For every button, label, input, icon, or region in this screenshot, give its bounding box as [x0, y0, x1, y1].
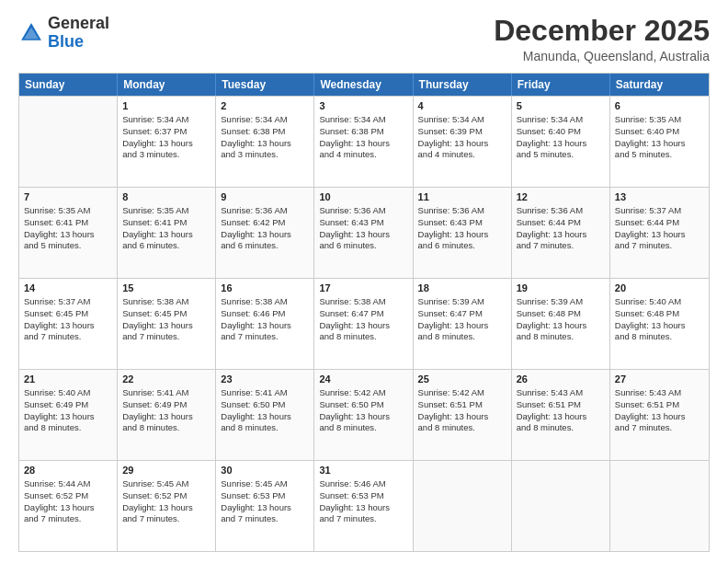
- logo-text: General Blue: [48, 15, 109, 52]
- header-sunday: Sunday: [19, 74, 118, 96]
- calendar-row-0: 1Sunrise: 5:34 AMSunset: 6:37 PMDaylight…: [19, 96, 709, 187]
- cell-line-1: Sunset: 6:52 PM: [122, 490, 210, 502]
- cal-cell-2-6: 20Sunrise: 5:40 AMSunset: 6:48 PMDayligh…: [610, 279, 709, 369]
- cell-line-2: Daylight: 13 hours: [24, 229, 112, 241]
- cell-line-0: Sunrise: 5:41 AM: [221, 387, 309, 399]
- calendar: Sunday Monday Tuesday Wednesday Thursday…: [18, 73, 710, 552]
- cell-line-1: Sunset: 6:40 PM: [517, 126, 605, 138]
- day-number: 10: [319, 190, 407, 204]
- cell-line-0: Sunrise: 5:34 AM: [221, 114, 309, 126]
- cell-line-3: and 8 minutes.: [221, 422, 309, 434]
- day-number: 17: [319, 282, 407, 295]
- calendar-row-1: 7Sunrise: 5:35 AMSunset: 6:41 PMDaylight…: [19, 187, 709, 278]
- cell-line-3: and 8 minutes.: [319, 331, 407, 343]
- cell-line-3: and 8 minutes.: [418, 422, 506, 434]
- cell-line-1: Sunset: 6:41 PM: [122, 217, 210, 229]
- cell-line-1: Sunset: 6:53 PM: [221, 490, 309, 502]
- logo-icon: [18, 20, 44, 46]
- cell-line-3: and 4 minutes.: [319, 149, 407, 161]
- day-number: 24: [319, 373, 407, 386]
- day-number: 16: [221, 282, 309, 295]
- cell-line-3: and 8 minutes.: [418, 331, 506, 343]
- day-number: 30: [221, 464, 309, 477]
- cell-line-0: Sunrise: 5:34 AM: [122, 114, 210, 126]
- cell-line-0: Sunrise: 5:35 AM: [122, 205, 210, 217]
- cell-line-0: Sunrise: 5:35 AM: [615, 114, 704, 126]
- calendar-body: 1Sunrise: 5:34 AMSunset: 6:37 PMDaylight…: [19, 96, 709, 551]
- cell-line-0: Sunrise: 5:40 AM: [615, 296, 704, 308]
- cell-line-1: Sunset: 6:46 PM: [221, 308, 309, 320]
- cell-line-2: Daylight: 13 hours: [221, 138, 309, 150]
- cell-line-1: Sunset: 6:51 PM: [517, 399, 605, 411]
- cal-cell-3-2: 23Sunrise: 5:41 AMSunset: 6:50 PMDayligh…: [216, 370, 314, 460]
- cell-line-2: Daylight: 13 hours: [319, 411, 407, 423]
- cell-line-1: Sunset: 6:49 PM: [24, 399, 112, 411]
- cell-line-3: and 6 minutes.: [418, 240, 506, 252]
- cell-line-3: and 7 minutes.: [517, 240, 605, 252]
- logo: General Blue: [18, 15, 109, 52]
- day-number: 6: [615, 99, 704, 113]
- cell-line-0: Sunrise: 5:38 AM: [221, 296, 309, 308]
- cell-line-1: Sunset: 6:50 PM: [221, 399, 309, 411]
- cell-line-1: Sunset: 6:38 PM: [319, 126, 407, 138]
- cal-cell-2-3: 17Sunrise: 5:38 AMSunset: 6:47 PMDayligh…: [314, 279, 413, 369]
- cell-line-3: and 6 minutes.: [221, 240, 309, 252]
- day-number: 21: [24, 373, 112, 386]
- cell-line-0: Sunrise: 5:36 AM: [418, 205, 506, 217]
- header-wednesday: Wednesday: [314, 74, 413, 96]
- day-number: 2: [221, 99, 309, 113]
- cell-line-3: and 8 minutes.: [615, 331, 704, 343]
- cell-line-1: Sunset: 6:38 PM: [221, 126, 309, 138]
- cell-line-1: Sunset: 6:39 PM: [418, 126, 506, 138]
- cal-cell-2-1: 15Sunrise: 5:38 AMSunset: 6:45 PMDayligh…: [118, 279, 216, 369]
- cell-line-0: Sunrise: 5:40 AM: [24, 387, 112, 399]
- calendar-row-2: 14Sunrise: 5:37 AMSunset: 6:45 PMDayligh…: [19, 278, 709, 369]
- cal-cell-0-3: 3Sunrise: 5:34 AMSunset: 6:38 PMDaylight…: [314, 97, 413, 187]
- cal-cell-3-3: 24Sunrise: 5:42 AMSunset: 6:50 PMDayligh…: [314, 370, 413, 460]
- cell-line-0: Sunrise: 5:43 AM: [517, 387, 605, 399]
- day-number: 18: [418, 282, 506, 295]
- day-number: 5: [517, 99, 605, 113]
- cell-line-2: Daylight: 13 hours: [418, 411, 506, 423]
- cell-line-0: Sunrise: 5:37 AM: [24, 296, 112, 308]
- cal-cell-2-4: 18Sunrise: 5:39 AMSunset: 6:47 PMDayligh…: [414, 279, 512, 369]
- cell-line-1: Sunset: 6:44 PM: [517, 217, 605, 229]
- cal-cell-2-0: 14Sunrise: 5:37 AMSunset: 6:45 PMDayligh…: [19, 279, 118, 369]
- cell-line-3: and 4 minutes.: [418, 149, 506, 161]
- cell-line-3: and 6 minutes.: [122, 240, 210, 252]
- cell-line-3: and 7 minutes.: [24, 513, 112, 525]
- day-number: 13: [615, 190, 704, 204]
- day-number: 27: [615, 373, 704, 386]
- cell-line-2: Daylight: 13 hours: [319, 138, 407, 150]
- cell-line-3: and 8 minutes.: [517, 331, 605, 343]
- day-number: 29: [122, 464, 210, 477]
- day-number: 4: [418, 99, 506, 113]
- cell-line-0: Sunrise: 5:45 AM: [221, 478, 309, 490]
- cal-cell-4-5: [512, 461, 610, 551]
- cal-cell-3-1: 22Sunrise: 5:41 AMSunset: 6:49 PMDayligh…: [118, 370, 216, 460]
- cal-cell-3-4: 25Sunrise: 5:42 AMSunset: 6:51 PMDayligh…: [414, 370, 512, 460]
- cell-line-1: Sunset: 6:51 PM: [615, 399, 704, 411]
- cell-line-2: Daylight: 13 hours: [122, 229, 210, 241]
- day-number: 25: [418, 373, 506, 386]
- day-number: 22: [122, 373, 210, 386]
- day-number: 11: [418, 190, 506, 204]
- cal-cell-3-5: 26Sunrise: 5:43 AMSunset: 6:51 PMDayligh…: [512, 370, 610, 460]
- cell-line-2: Daylight: 13 hours: [615, 138, 704, 150]
- cell-line-0: Sunrise: 5:42 AM: [418, 387, 506, 399]
- cell-line-1: Sunset: 6:48 PM: [517, 308, 605, 320]
- cell-line-0: Sunrise: 5:41 AM: [122, 387, 210, 399]
- cal-cell-4-6: [610, 461, 709, 551]
- day-number: 19: [517, 282, 605, 295]
- day-number: 26: [517, 373, 605, 386]
- cell-line-3: and 3 minutes.: [122, 149, 210, 161]
- cell-line-0: Sunrise: 5:38 AM: [319, 296, 407, 308]
- calendar-row-4: 28Sunrise: 5:44 AMSunset: 6:52 PMDayligh…: [19, 460, 709, 551]
- cell-line-3: and 7 minutes.: [615, 422, 704, 434]
- cal-cell-1-2: 9Sunrise: 5:36 AMSunset: 6:42 PMDaylight…: [216, 188, 314, 278]
- cell-line-3: and 8 minutes.: [122, 422, 210, 434]
- cell-line-1: Sunset: 6:47 PM: [418, 308, 506, 320]
- cell-line-2: Daylight: 13 hours: [517, 320, 605, 332]
- cell-line-3: and 8 minutes.: [24, 422, 112, 434]
- cell-line-2: Daylight: 13 hours: [122, 411, 210, 423]
